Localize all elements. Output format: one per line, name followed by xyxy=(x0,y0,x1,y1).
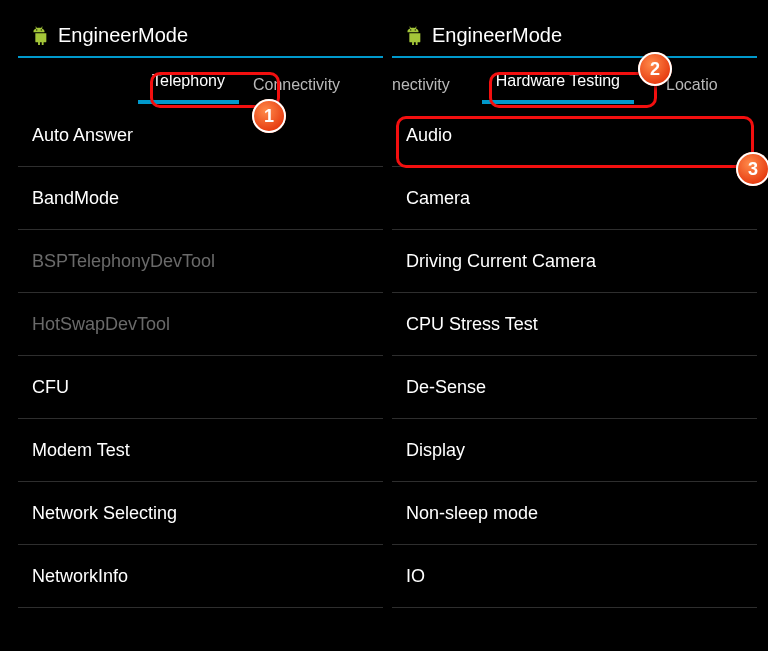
list-item-bandmode[interactable]: BandMode xyxy=(18,167,383,230)
list-item-label: Display xyxy=(406,440,465,461)
list-item-hotswapdevtool: HotSwapDevTool xyxy=(18,293,383,356)
list-item-label: Network Selecting xyxy=(32,503,177,524)
titlebar: EngineerMode xyxy=(392,14,757,56)
list-item-non-sleep-mode[interactable]: Non-sleep mode xyxy=(392,482,757,545)
list-item-cfu[interactable]: CFU xyxy=(18,356,383,419)
list-item-label: De-Sense xyxy=(406,377,486,398)
list-item-camera[interactable]: Camera xyxy=(392,167,757,230)
list-item-display[interactable]: Display xyxy=(392,419,757,482)
list-item-auto-answer[interactable]: Auto Answer xyxy=(18,104,383,167)
android-icon xyxy=(402,24,424,46)
list-item-label: Auto Answer xyxy=(32,125,133,146)
screenshot-right: EngineerMode nectivity Hardware Testing … xyxy=(392,14,757,636)
android-icon xyxy=(28,24,50,46)
svg-point-1 xyxy=(41,29,42,30)
tab-connectivity-partial[interactable]: nectivity xyxy=(392,66,464,104)
list-item-de-sense[interactable]: De-Sense xyxy=(392,356,757,419)
list-item-label: Modem Test xyxy=(32,440,130,461)
list-item-label: Audio xyxy=(406,125,452,146)
app-title: EngineerMode xyxy=(432,24,562,47)
list-item-io[interactable]: IO xyxy=(392,545,757,608)
list-item-label: Camera xyxy=(406,188,470,209)
tab-telephony[interactable]: Telephony xyxy=(138,62,239,104)
tab-location-partial[interactable]: Locatio xyxy=(652,66,732,104)
list-item-label: BandMode xyxy=(32,188,119,209)
option-list[interactable]: Auto AnswerBandModeBSPTelephonyDevToolHo… xyxy=(18,104,383,608)
list-item-label: NetworkInfo xyxy=(32,566,128,587)
list-item-bsptelephonydevtool: BSPTelephonyDevTool xyxy=(18,230,383,293)
option-list[interactable]: AudioCameraDriving Current CameraCPU Str… xyxy=(392,104,757,608)
list-item-label: CFU xyxy=(32,377,69,398)
list-item-label: Non-sleep mode xyxy=(406,503,538,524)
svg-point-3 xyxy=(415,29,416,30)
list-item-modem-test[interactable]: Modem Test xyxy=(18,419,383,482)
titlebar: EngineerMode xyxy=(18,14,383,56)
svg-point-2 xyxy=(410,29,411,30)
tab-strip[interactable]: Telephony Connectivity xyxy=(18,58,383,104)
tab-connectivity[interactable]: Connectivity xyxy=(239,66,354,104)
tab-strip[interactable]: nectivity Hardware Testing Locatio xyxy=(392,58,757,104)
list-item-network-selecting[interactable]: Network Selecting xyxy=(18,482,383,545)
list-item-label: BSPTelephonyDevTool xyxy=(32,251,215,272)
list-item-label: Driving Current Camera xyxy=(406,251,596,272)
list-item-cpu-stress-test[interactable]: CPU Stress Test xyxy=(392,293,757,356)
list-item-networkinfo[interactable]: NetworkInfo xyxy=(18,545,383,608)
screenshot-left: EngineerMode Telephony Connectivity Auto… xyxy=(18,14,383,636)
list-item-label: CPU Stress Test xyxy=(406,314,538,335)
list-item-audio[interactable]: Audio xyxy=(392,104,757,167)
list-item-label: IO xyxy=(406,566,425,587)
tab-hardware-testing[interactable]: Hardware Testing xyxy=(482,62,634,104)
list-item-driving-current-camera[interactable]: Driving Current Camera xyxy=(392,230,757,293)
app-title: EngineerMode xyxy=(58,24,188,47)
list-item-label: HotSwapDevTool xyxy=(32,314,170,335)
svg-point-0 xyxy=(36,29,37,30)
